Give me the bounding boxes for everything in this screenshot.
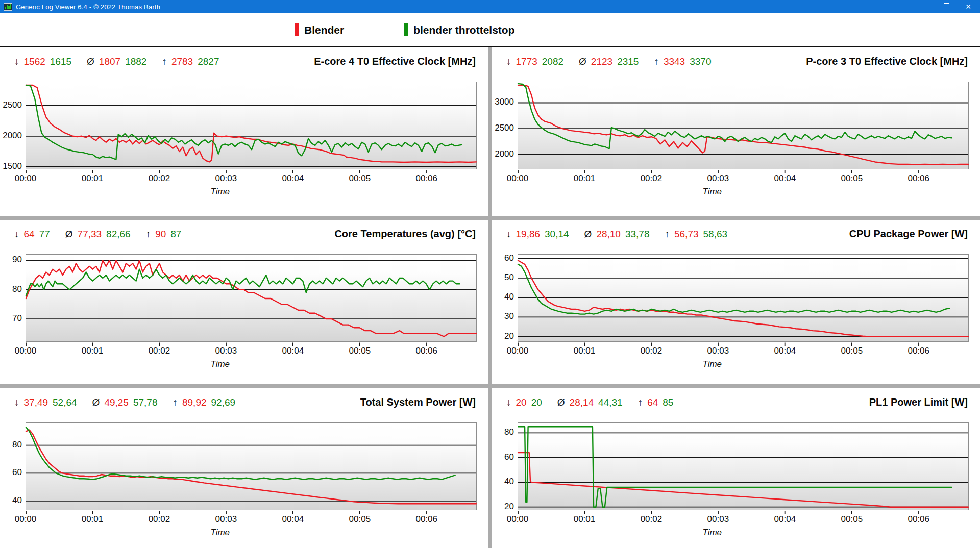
- stat-min: ↓ 37,49 52,64: [14, 397, 77, 408]
- min-arrow-icon: ↓: [14, 229, 19, 240]
- stat-min: ↓ 19,86 30,14: [506, 229, 569, 240]
- close-icon: ✕: [965, 3, 971, 10]
- x-tick-label: 00:02: [641, 346, 663, 356]
- chart-panel: ↓ 1773 2082 Ø 2123 2315 ↑ 3343 3370 P-co…: [492, 47, 980, 216]
- chart-panel: ↓ 19,86 30,14 Ø 28,10 33,78 ↑ 56,73 58,6…: [492, 220, 980, 384]
- y-tick-label: 80: [12, 284, 22, 294]
- y-tick-label: 50: [504, 272, 514, 283]
- legend-label: blender throttelstop: [413, 24, 514, 36]
- max-arrow-icon: ↑: [162, 56, 167, 67]
- series-blender: [26, 261, 476, 337]
- max-arrow-icon: ↑: [638, 397, 643, 408]
- stat-max-green: 2827: [198, 56, 219, 67]
- stat-avg-red: 28,10: [596, 229, 621, 240]
- x-tick-label: 00:04: [774, 346, 796, 356]
- y-axis-labels: 708090: [0, 254, 26, 342]
- stat-max: ↑ 3343 3370: [654, 56, 711, 67]
- x-tick-label: 00:01: [82, 514, 104, 525]
- chart-title: Core Temperatures (avg) [°C]: [334, 228, 476, 240]
- stat-avg-red: 28,14: [570, 397, 594, 408]
- min-arrow-icon: ↓: [506, 229, 511, 240]
- plot-wrap: 708090 00:0000:0100:0200:0300:0400:0500:…: [0, 254, 488, 342]
- stat-max: ↑ 2783 2827: [162, 56, 219, 67]
- chart-title: P-core 3 T0 Effective Clock [MHz]: [806, 56, 968, 67]
- chart-title: CPU Package Power [W]: [849, 228, 968, 240]
- stat-avg: Ø 28,14 44,31: [557, 397, 623, 408]
- stat-min-green: 1615: [50, 56, 71, 67]
- x-axis-title: Time: [702, 187, 722, 197]
- series-blender-throttelstop: [518, 264, 949, 314]
- stat-max: ↑ 56,73 58,63: [665, 229, 727, 240]
- y-tick-label: 60: [12, 467, 22, 478]
- chart-grid: ↓ 1562 1615 Ø 1807 1882 ↑ 2783 2827 E-co…: [0, 47, 980, 548]
- chart-stats: ↓ 20 20 Ø 28,14 44,31 ↑ 64 85: [506, 397, 673, 408]
- plot-region: 00:0000:0100:0200:0300:0400:0500:06 Time: [26, 254, 477, 342]
- chart-stats: ↓ 1562 1615 Ø 1807 1882 ↑ 2783 2827: [14, 56, 219, 67]
- stat-avg-green: 82,66: [106, 229, 131, 240]
- x-tick-label: 00:06: [908, 173, 929, 184]
- plot-area[interactable]: [518, 254, 969, 342]
- y-tick-label: 1500: [3, 161, 22, 171]
- chart-panel: ↓ 64 77 Ø 77,33 82,66 ↑ 90 87 Core Tempe…: [0, 220, 488, 384]
- stat-max-red: 89,92: [182, 397, 207, 408]
- x-tick-label: 00:03: [215, 514, 237, 525]
- stat-min: ↓ 1562 1615: [14, 56, 71, 67]
- y-axis-labels: 406080: [0, 422, 26, 510]
- x-tick-label: 00:06: [415, 173, 437, 184]
- chart-title: E-core 4 T0 Effective Clock [MHz]: [314, 56, 476, 67]
- y-axis-labels: 200025003000: [492, 82, 518, 169]
- min-arrow-icon: ↓: [506, 397, 511, 408]
- title-bar: Generic Log Viewer 6.4 - © 2022 Thomas B…: [0, 0, 980, 13]
- plot-area[interactable]: [26, 422, 477, 510]
- x-tick-label: 00:02: [641, 514, 663, 525]
- x-tick-label: 00:04: [774, 173, 796, 184]
- y-tick-label: 90: [12, 255, 22, 265]
- x-tick-label: 00:02: [149, 173, 170, 184]
- y-tick-label: 30: [504, 311, 514, 321]
- x-axis-labels: 00:0000:0100:0200:0300:0400:0500:06: [26, 514, 477, 526]
- chart-canvas: [26, 82, 476, 174]
- avg-symbol-icon: Ø: [584, 229, 592, 240]
- plot-area[interactable]: [518, 422, 969, 510]
- chart-title: PL1 Power Limit [W]: [869, 396, 968, 408]
- min-arrow-icon: ↓: [506, 56, 511, 67]
- stat-avg-green: 33,78: [625, 229, 650, 240]
- plot-region: 00:0000:0100:0200:0300:0400:0500:06 Time: [26, 82, 477, 169]
- x-axis-title: Time: [702, 528, 722, 538]
- stat-min-red: 64: [24, 229, 35, 240]
- chart-stats: ↓ 64 77 Ø 77,33 82,66 ↑ 90 87: [14, 229, 181, 240]
- restore-button[interactable]: [933, 0, 957, 13]
- x-tick-label: 00:04: [774, 514, 796, 525]
- x-tick-label: 00:03: [707, 514, 729, 525]
- plot-wrap: 2030405060 00:0000:0100:0200:0300:0400:0…: [492, 254, 980, 342]
- x-tick-label: 00:00: [507, 346, 529, 356]
- stat-max-red: 2783: [172, 56, 193, 67]
- stat-min-green: 20: [531, 397, 542, 408]
- legend-bar: Blender blender throttelstop: [0, 13, 980, 47]
- stat-min-green: 2082: [542, 56, 564, 67]
- minimize-icon: [919, 7, 924, 7]
- avg-symbol-icon: Ø: [87, 56, 94, 67]
- x-tick-label: 00:02: [149, 514, 170, 525]
- y-tick-label: 2500: [495, 123, 514, 133]
- stat-min-green: 30,14: [545, 229, 569, 240]
- min-arrow-icon: ↓: [14, 56, 19, 67]
- minimize-button[interactable]: [910, 0, 933, 13]
- stat-avg-green: 57,78: [133, 397, 158, 408]
- y-tick-label: 40: [12, 495, 22, 506]
- chart-canvas: [518, 423, 968, 515]
- plot-area[interactable]: [26, 254, 477, 342]
- stat-avg-green: 44,31: [598, 397, 623, 408]
- x-axis-labels: 00:0000:0100:0200:0300:0400:0500:06: [518, 514, 969, 526]
- x-tick-label: 00:02: [149, 346, 170, 356]
- close-button[interactable]: ✕: [957, 0, 980, 13]
- stat-min-green: 77: [39, 229, 50, 240]
- series-blender-throttelstop: [26, 427, 455, 479]
- x-tick-label: 00:05: [841, 514, 863, 525]
- plot-area[interactable]: [26, 82, 477, 169]
- caption-buttons: ✕: [910, 0, 980, 13]
- max-arrow-icon: ↑: [146, 229, 151, 240]
- y-tick-label: 2000: [3, 131, 22, 141]
- plot-area[interactable]: [518, 82, 969, 169]
- stat-min-red: 19,86: [516, 229, 541, 240]
